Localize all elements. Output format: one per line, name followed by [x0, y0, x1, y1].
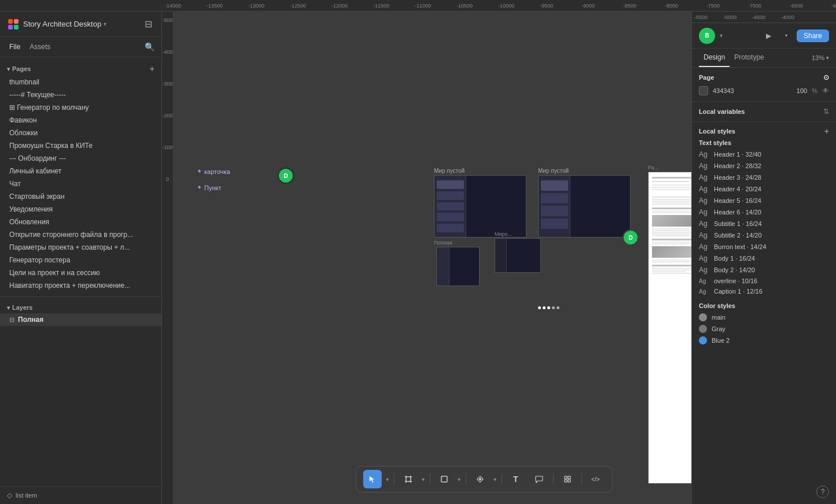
page-item-favicon[interactable]: Фавикон	[0, 114, 161, 127]
text-style-header1[interactable]: Ag Header 1 · 32/40	[699, 149, 829, 160]
toolbar-divider-2	[429, 473, 430, 485]
layers-label: Layers	[12, 304, 32, 311]
ag-icon: Ag	[699, 208, 709, 216]
ruler-num: -8000	[665, 3, 706, 9]
svg-rect-4	[406, 477, 410, 481]
page-item-navigator[interactable]: Навигатор проекта + переключение...	[0, 279, 161, 292]
text-style-caption[interactable]: Ag Caption 1 · 12/16	[699, 286, 829, 297]
local-styles-section: Local styles + Text styles Ag Header 1 ·…	[692, 122, 836, 351]
page-color-row: 434343 100 % 👁	[699, 86, 829, 95]
text-style-header3[interactable]: Ag Header 3 · 24/28	[699, 172, 829, 183]
bottom-toolbar: ▾ ▾ ▾	[355, 466, 612, 492]
text-style-button[interactable]: Ag Burron text · 14/24	[699, 241, 829, 253]
frame-white-doc[interactable]: R D Ра...	[648, 165, 691, 484]
ruler-num: -10000	[498, 3, 540, 9]
ruler-num: -9000	[581, 3, 623, 9]
pages-label-area: ▾ Pages	[7, 65, 31, 72]
search-icon[interactable]: 🔍	[145, 42, 154, 51]
help-area: ?	[692, 480, 836, 504]
frame-tool-button[interactable]	[399, 470, 417, 488]
svg-rect-0	[8, 19, 13, 24]
pen-tool-button[interactable]	[470, 470, 489, 488]
right-sidebar: -5500 -5000 -4500 -4000 B ▾ ▶ ▾ Share De…	[691, 12, 836, 504]
tab-prototype[interactable]: Prototype	[730, 49, 768, 67]
right-user-avatar: B	[699, 28, 715, 44]
page-item-oblozhki[interactable]: Обложки	[0, 127, 161, 139]
text-style-header4[interactable]: Ag Header 4 · 20/24	[699, 183, 829, 195]
project-title[interactable]: Story Architect Desktop ▾	[23, 20, 106, 28]
ag-icon: Ag	[699, 173, 709, 181]
page-item-open-file[interactable]: Открытие стороннего файла в прогр...	[0, 228, 161, 241]
page-item-goals[interactable]: Цели на проект и на сессию	[0, 266, 161, 279]
page-label: Page	[699, 74, 714, 81]
color-style-name-gray: Gray	[712, 325, 725, 332]
comment-tool-button[interactable]	[529, 470, 548, 488]
list-item-label: list item	[16, 492, 37, 499]
ag-icon-small: Ag	[699, 278, 709, 284]
figma-menu-icon[interactable]	[7, 18, 20, 31]
page-settings-icon[interactable]: ⊙	[823, 73, 829, 81]
frame-mir-pustoy-2[interactable]: Мир пустой D	[538, 168, 631, 238]
text-style-subtitle1[interactable]: Ag Subtitle 1 · 16/24	[699, 218, 829, 229]
color-style-blue2[interactable]: Blue 2	[699, 335, 829, 346]
sidebar-top-bar: Story Architect Desktop ▾ ⊟	[0, 12, 161, 37]
present-dropdown-button[interactable]: ▾	[779, 29, 793, 43]
text-style-body1[interactable]: Ag Body 1 · 16/24	[699, 253, 829, 264]
color-dot-gray	[699, 325, 707, 333]
local-variables-sort-icon[interactable]: ⇅	[823, 108, 829, 116]
svg-rect-20	[564, 476, 566, 479]
page-item-chat[interactable]: Чат	[0, 177, 161, 190]
tab-design[interactable]: Design	[699, 49, 730, 67]
page-item-updates[interactable]: Обновления	[0, 216, 161, 228]
text-style-name: Header 4 · 20/24	[714, 186, 761, 192]
page-item-promoushn[interactable]: Промоушн Старка в КИТе	[0, 139, 161, 152]
page-item-current[interactable]: -----# Текущее-----	[0, 88, 161, 101]
user-avatar-area: D	[278, 168, 294, 184]
page-section-header: Page ⊙	[699, 73, 829, 81]
tab-assets[interactable]: Assets	[27, 42, 53, 52]
text-style-header5[interactable]: Ag Header 5 · 16/24	[699, 195, 829, 206]
text-style-subtitle2[interactable]: Ag Subtitle 2 · 14/20	[699, 229, 829, 241]
code-tool-button[interactable]: </>	[586, 470, 605, 488]
ag-icon: Ag	[699, 185, 709, 193]
help-button[interactable]: ?	[816, 486, 829, 498]
ag-icon: Ag	[699, 150, 709, 158]
page-item-onboarding[interactable]: --- Онбоардинг ---	[0, 152, 161, 165]
ruler-num: -6000	[831, 3, 836, 9]
text-styles-header: Text styles	[699, 139, 829, 146]
ruler-top: -14000 -13500 -13000 -12500 -12000 -1150…	[0, 0, 836, 12]
text-style-header6[interactable]: Ag Header 6 · 14/20	[699, 206, 829, 218]
text-style-name: Subtitle 2 · 14/20	[714, 232, 762, 239]
select-tool-button[interactable]	[363, 470, 381, 488]
text-style-header2[interactable]: Ag Header 2 · 28/32	[699, 160, 829, 172]
page-color-swatch[interactable]	[699, 86, 708, 95]
text-style-body2[interactable]: Ag Body 2 · 14/20	[699, 264, 829, 276]
text-style-overline[interactable]: Ag overline · 10/16	[699, 276, 829, 286]
page-item-startup[interactable]: Стартовый экран	[0, 190, 161, 203]
color-style-main[interactable]: main	[699, 312, 829, 323]
page-item-params[interactable]: Параметры проекта + соавторы + л...	[0, 241, 161, 254]
layer-item-polnaya[interactable]: ⊟ Полная	[0, 313, 161, 326]
add-local-style-icon[interactable]: +	[824, 127, 829, 136]
page-item-poster[interactable]: Генератор постера	[0, 254, 161, 266]
zoom-dropdown-icon[interactable]: ▾	[826, 55, 829, 61]
share-button[interactable]: Share	[797, 29, 829, 42]
ag-icon: Ag	[699, 162, 709, 170]
tab-file[interactable]: File	[7, 42, 23, 52]
page-item-notifications[interactable]: Уведомления	[0, 203, 161, 216]
page-visibility-icon[interactable]: 👁	[822, 87, 829, 95]
rectangle-tool-button[interactable]	[434, 470, 453, 488]
page-item-generator[interactable]: ⊞ Генератор по молчану	[0, 101, 161, 114]
layers-chevron-icon: ▾	[7, 305, 10, 311]
selection-dots	[538, 306, 559, 309]
page-item-personal[interactable]: Личный кабинет	[0, 165, 161, 177]
components-tool-button[interactable]	[558, 470, 576, 488]
page-item-thumbnail[interactable]: thumbnail	[0, 76, 161, 88]
canvas-area[interactable]: -500 -400 -300 -200 -100 0 ✦ карточка ✦ …	[162, 12, 691, 504]
color-style-gray[interactable]: Gray	[699, 323, 829, 335]
text-tool-button[interactable]: T	[506, 470, 525, 488]
present-button[interactable]: ▶	[762, 29, 776, 43]
toggle-sidebar-icon[interactable]: ⊟	[142, 18, 154, 31]
local-styles-header: Local styles +	[699, 127, 829, 136]
add-page-icon[interactable]: +	[150, 64, 154, 73]
